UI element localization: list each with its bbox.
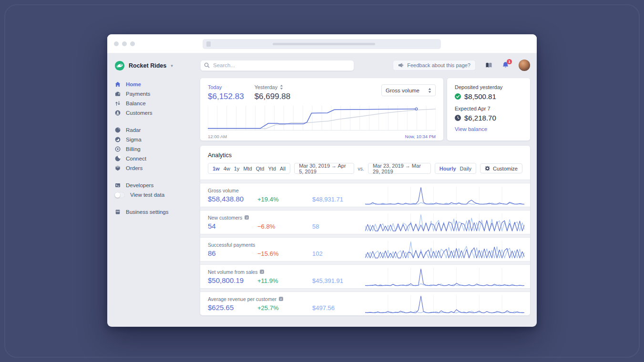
- metric-delta: +19.4%: [257, 196, 312, 203]
- compare-period-picker[interactable]: Mar 23, 2019 → Mar 29, 2019: [368, 163, 431, 174]
- period-value: Mar 30, 2019 → Apr 5, 2019: [299, 163, 349, 174]
- sidebar-item-label: Balance: [126, 101, 146, 106]
- sidebar-item-orders[interactable]: Orders: [114, 163, 200, 173]
- metric-row-4: Net volume from salesi$50,800.19+11.9%$4…: [200, 265, 530, 288]
- sidebar-section: Business settings: [114, 207, 200, 217]
- account-switcher[interactable]: Rocket Rides ▾: [114, 60, 200, 72]
- metric-current-value: $58,438.80: [208, 195, 257, 203]
- payments-icon: [114, 91, 121, 97]
- sparkline-chart: [365, 212, 524, 232]
- sidebar-item-payments[interactable]: Payments: [114, 89, 200, 99]
- range-option-1w[interactable]: 1w: [213, 166, 220, 171]
- sidebar-item-billing[interactable]: Billing: [114, 144, 200, 154]
- range-option-all[interactable]: All: [280, 166, 286, 171]
- range-option-1y[interactable]: 1y: [234, 166, 240, 171]
- sidebar-item-label: Connect: [126, 156, 146, 161]
- granularity-option-daily[interactable]: Daily: [460, 166, 471, 171]
- sidebar-item-business-settings[interactable]: Business settings: [114, 207, 200, 217]
- sidebar-item-test-data[interactable]: View test data: [114, 190, 200, 200]
- select-chevrons-icon: [428, 88, 431, 93]
- book-icon: [485, 62, 492, 69]
- address-bar[interactable]: [203, 39, 441, 49]
- rocket-rides-logo-icon: [114, 60, 125, 71]
- clock-icon: [455, 115, 461, 121]
- row-divider: [200, 234, 530, 238]
- row-divider: [200, 180, 530, 183]
- search-input[interactable]: [200, 60, 354, 71]
- metric-current-value: $625.65: [208, 303, 257, 312]
- notification-badge: 1: [507, 59, 512, 64]
- granularity-option-hourly[interactable]: Hourly: [440, 166, 456, 171]
- today-chart: [208, 106, 436, 132]
- period-picker[interactable]: Mar 30, 2019 → Apr 5, 2019: [294, 163, 354, 174]
- deposits-card: Deposited yesterday $8,500.81 Expected A…: [447, 78, 530, 141]
- avatar[interactable]: [519, 60, 530, 71]
- sidebar-section: DevelopersView test data: [114, 181, 200, 200]
- sparkline-chart: [365, 267, 524, 287]
- window-close-button[interactable]: [114, 41, 119, 46]
- range-option-qtd[interactable]: Qtd: [256, 166, 265, 171]
- range-option-ytd[interactable]: Ytd: [268, 166, 276, 171]
- metric-label: Average revenue per customer: [208, 296, 276, 302]
- main-content: Feedback about this page? 1: [200, 53, 537, 327]
- sidebar-item-label: Payments: [126, 91, 150, 97]
- vs-label: vs.: [358, 166, 364, 171]
- view-balance-link[interactable]: View balance: [455, 126, 487, 132]
- topbar: Feedback about this page? 1: [200, 60, 530, 71]
- expected-label: Expected Apr 7: [455, 106, 522, 111]
- customers-icon: [114, 110, 121, 116]
- balance-icon: [114, 101, 121, 107]
- analytics-title: Analytics: [208, 152, 522, 159]
- metric-row-1: Gross volume$58,438.80+19.4%$48,931.71: [200, 183, 530, 207]
- sidebar: Rocket Rides ▾ HomePaymentsBalanceCustom…: [107, 53, 200, 327]
- customize-button[interactable]: Customize: [480, 163, 522, 173]
- sidebar-item-sigma[interactable]: Sigma: [114, 135, 200, 144]
- range-option-mtd[interactable]: Mtd: [243, 166, 252, 171]
- yesterday-value: $6,699.88: [255, 92, 291, 101]
- sidebar-item-home[interactable]: Home: [114, 80, 200, 89]
- sidebar-item-label: Customers: [126, 110, 153, 116]
- deposited-label: Deposited yesterday: [455, 84, 522, 90]
- sidebar-item-label: Orders: [126, 165, 143, 171]
- window-minimize-button[interactable]: [122, 41, 127, 46]
- metric-current-value: 86: [208, 249, 257, 257]
- browser-window: Rocket Rides ▾ HomePaymentsBalanceCustom…: [107, 34, 537, 327]
- axis-start-label: 12:00 AM: [208, 134, 227, 139]
- docs-button[interactable]: [485, 62, 492, 69]
- sidebar-item-radar[interactable]: Radar: [114, 125, 200, 135]
- today-chart-svg: [208, 106, 436, 131]
- metric-previous-value: $45,391.91: [312, 277, 343, 284]
- metric-previous-value: $48,931.71: [312, 196, 343, 203]
- sidebar-section: RadarSigmaBillingConnectOrders: [114, 125, 200, 173]
- sidebar-item-developers[interactable]: Developers: [114, 181, 200, 190]
- sidebar-item-connect[interactable]: Connect: [114, 154, 200, 163]
- metric-label: New customers: [208, 215, 242, 221]
- sidebar-item-customers[interactable]: Customers: [114, 108, 200, 118]
- window-zoom-button[interactable]: [130, 41, 135, 46]
- compare-period-value: Mar 23, 2019 → Mar 29, 2019: [373, 163, 426, 174]
- info-icon[interactable]: i: [245, 215, 249, 220]
- sidebar-item-balance[interactable]: Balance: [114, 99, 200, 108]
- metric-select[interactable]: Gross volume: [381, 84, 436, 96]
- test-data-toggle[interactable]: [114, 192, 125, 198]
- business-settings-icon: [114, 209, 121, 215]
- metric-delta: +25.7%: [257, 304, 312, 312]
- comparison-selector-icon[interactable]: [280, 85, 283, 90]
- notifications-button[interactable]: 1: [502, 61, 509, 69]
- metric-delta: −15.6%: [257, 250, 312, 257]
- sparkline-chart: [365, 294, 524, 314]
- url-placeholder: [273, 43, 375, 45]
- info-icon[interactable]: i: [260, 270, 264, 274]
- sidebar-section: HomePaymentsBalanceCustomers: [114, 80, 200, 118]
- info-icon[interactable]: i: [279, 297, 283, 301]
- granularity-selector: HourlyDaily: [435, 163, 476, 174]
- today-label: Today: [208, 84, 244, 90]
- chevron-down-icon: ▾: [171, 63, 173, 68]
- metric-label: Successful payments: [208, 242, 255, 248]
- expected-value: $6,218.70: [464, 114, 496, 122]
- range-option-4w[interactable]: 4w: [224, 166, 230, 171]
- row-divider: [200, 261, 530, 265]
- feedback-button[interactable]: Feedback about this page?: [393, 60, 476, 70]
- metric-previous-value: 102: [312, 250, 323, 257]
- sidebar-item-label: Developers: [126, 182, 153, 188]
